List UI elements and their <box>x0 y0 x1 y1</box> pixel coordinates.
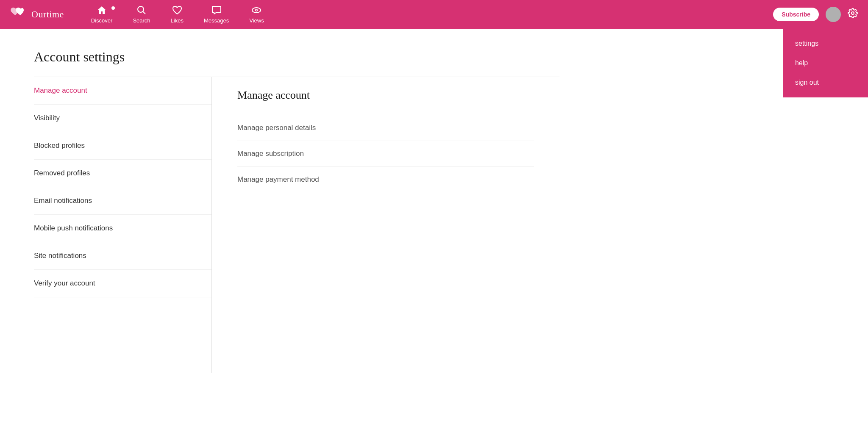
search-icon <box>137 6 146 17</box>
settings-sidebar: Manage account Visibility Blocked profil… <box>34 77 212 373</box>
nav-label-search: Search <box>133 17 150 24</box>
subscribe-button[interactable]: Subscribe <box>773 8 819 21</box>
dropdown-item-signout[interactable]: sign out <box>783 73 868 92</box>
messages-icon <box>211 6 222 17</box>
sidebar-item-removed-profiles[interactable]: Removed profiles <box>34 160 211 187</box>
nav-label-likes: Likes <box>171 17 184 24</box>
dropdown-item-help[interactable]: help <box>783 53 868 73</box>
discover-icon <box>97 6 107 17</box>
settings-content: Manage account Manage personal details M… <box>212 77 559 373</box>
content-item-manage-payment-method[interactable]: Manage payment method <box>237 167 534 192</box>
settings-layout: Manage account Visibility Blocked profil… <box>34 77 559 373</box>
nav-item-discover[interactable]: Discover <box>81 6 123 24</box>
svg-point-4 <box>256 9 257 11</box>
nav-item-search[interactable]: Search <box>122 6 160 24</box>
svg-line-1 <box>143 11 145 14</box>
sidebar-item-blocked-profiles[interactable]: Blocked profiles <box>34 132 211 160</box>
sidebar-item-verify-your-account[interactable]: Verify your account <box>34 270 211 297</box>
nav-item-views[interactable]: Views <box>239 6 274 24</box>
sidebar-item-site-notifications[interactable]: Site notifications <box>34 242 211 270</box>
brand-logo[interactable]: Ourtime <box>10 7 64 22</box>
nav-right: Subscribe <box>773 7 858 22</box>
sidebar-item-visibility[interactable]: Visibility <box>34 105 211 132</box>
brand-name: Ourtime <box>31 9 64 20</box>
avatar[interactable] <box>826 7 841 22</box>
views-icon <box>251 6 262 17</box>
navbar: Ourtime Discover Search <box>0 0 868 29</box>
page-title: Account settings <box>34 49 559 65</box>
sidebar-item-mobile-push-notifications[interactable]: Mobile push notifications <box>34 215 211 242</box>
page-content: Account settings Manage account Visibili… <box>0 29 593 390</box>
logo-hearts-icon <box>10 7 28 22</box>
content-item-manage-subscription[interactable]: Manage subscription <box>237 141 534 167</box>
nav-items: Discover Search Likes <box>81 6 773 24</box>
nav-label-views: Views <box>249 17 264 24</box>
svg-point-5 <box>851 12 854 14</box>
sidebar-item-manage-account[interactable]: Manage account <box>34 77 211 105</box>
content-item-manage-personal-details[interactable]: Manage personal details <box>237 115 534 141</box>
content-title: Manage account <box>237 89 534 102</box>
nav-item-messages[interactable]: Messages <box>194 6 239 24</box>
dropdown-item-settings[interactable]: settings <box>783 34 868 53</box>
nav-label-messages: Messages <box>204 17 229 24</box>
nav-label-discover: Discover <box>91 17 113 24</box>
dropdown-menu: settings help sign out <box>783 29 868 97</box>
svg-point-0 <box>138 6 144 12</box>
nav-item-likes[interactable]: Likes <box>161 6 194 24</box>
likes-icon <box>172 6 182 17</box>
gear-icon[interactable] <box>848 8 858 21</box>
discover-notification-dot <box>111 6 115 10</box>
sidebar-item-email-notifications[interactable]: Email notifications <box>34 187 211 215</box>
